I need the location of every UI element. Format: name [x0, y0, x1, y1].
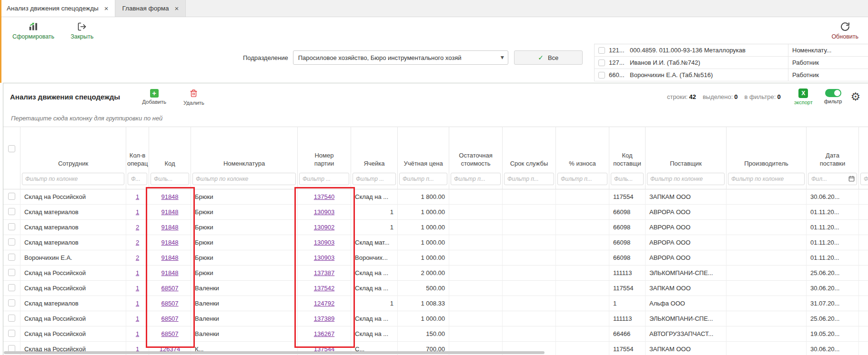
tab-main-form[interactable]: Главная форма × [115, 0, 186, 17]
column-header-supplier_code[interactable]: Код поставщи [609, 127, 646, 172]
tab-close-icon[interactable]: × [104, 5, 109, 12]
code-link[interactable]: 91848 [161, 269, 178, 276]
code-link[interactable]: 91848 [161, 254, 178, 261]
filter-input-batch_number[interactable] [299, 173, 349, 185]
filter-input-supplier[interactable] [647, 173, 725, 185]
filter-toggle[interactable]: фильтр [824, 89, 842, 104]
row-checkbox[interactable] [598, 72, 605, 79]
row-checkbox[interactable] [8, 315, 15, 322]
column-header-service_life[interactable]: Срок службы [503, 127, 556, 172]
row-checkbox[interactable] [598, 47, 605, 54]
ops_count-link[interactable]: 2 [136, 254, 139, 261]
side-table-row[interactable]: 121...000.4859. 011.000-93-136 Металлору… [595, 44, 868, 57]
select-all-departments-button[interactable]: ✓ Все [514, 50, 583, 65]
batch_number-link[interactable]: 136267 [314, 330, 334, 337]
row-checkbox[interactable] [8, 330, 15, 337]
code-link[interactable]: 68507 [161, 285, 178, 292]
filter-input-supplier_code[interactable] [611, 173, 644, 185]
select-all-checkbox[interactable] [8, 145, 15, 152]
filter-input-service_life[interactable] [504, 173, 554, 185]
export-excel-button[interactable]: X экспорт [794, 89, 813, 105]
row-checkbox[interactable] [8, 208, 15, 215]
column-header-residual_value[interactable]: Остаточная стоимость [449, 127, 503, 172]
column-header-delivery_date[interactable]: Дата поставки [807, 127, 859, 172]
side-table-row[interactable]: 127...Иванов И.И. (Таб.№742)Работник [595, 57, 868, 69]
table-row[interactable]: Склад материалов291848Брюки130903Склад м… [3, 235, 868, 250]
calendar-icon[interactable] [848, 176, 855, 183]
column-header-ops_count[interactable]: Кол-в операц [126, 127, 149, 172]
filter-input-residual_value[interactable] [451, 173, 501, 185]
code-link[interactable]: 91848 [161, 224, 178, 231]
filter-input-employee[interactable] [22, 173, 124, 185]
table-row[interactable]: Склад на Российской168507Валенки137389Ск… [3, 311, 868, 326]
table-row[interactable]: Склад на Российской191848Брюки137387Скла… [3, 266, 868, 281]
table-row[interactable]: Склад на Российской168507Валенки137542Ск… [3, 281, 868, 296]
row-checkbox[interactable] [8, 193, 15, 200]
column-header-cell[interactable]: Ячейка [351, 127, 398, 172]
batch_number-link[interactable]: 137542 [314, 285, 334, 292]
column-header-price[interactable]: Учётная цена [398, 127, 449, 172]
batch_number-link[interactable]: 137389 [314, 315, 334, 322]
ops_count-link[interactable]: 2 [136, 239, 139, 246]
batch_number-link[interactable]: 130903 [314, 208, 334, 216]
table-row[interactable]: Склад материалов191848Брюки13090311 000.… [3, 205, 868, 220]
code-link[interactable]: 68507 [161, 330, 178, 337]
row-checkbox[interactable] [8, 254, 15, 261]
code-link[interactable]: 91848 [161, 239, 178, 246]
row-checkbox[interactable] [8, 299, 15, 306]
filter-input-cell[interactable] [353, 173, 396, 185]
filter-input-manufacturer[interactable] [728, 173, 805, 185]
batch_number-link[interactable]: 137540 [314, 193, 334, 200]
filter-input-nomenclature[interactable] [192, 173, 296, 185]
ops_count-link[interactable]: 1 [136, 330, 139, 337]
tab-close-icon[interactable]: × [175, 5, 179, 12]
row-checkbox[interactable] [8, 223, 15, 230]
table-row[interactable]: Склад материалов168507Валенки12479211 00… [3, 296, 868, 311]
filter-input-code[interactable] [151, 173, 189, 185]
row-checkbox[interactable] [8, 269, 15, 276]
batch_number-link[interactable]: 137387 [314, 269, 334, 276]
ops_count-link[interactable]: 1 [136, 208, 139, 216]
column-header-employee[interactable]: Сотрудник [20, 127, 126, 172]
generate-button[interactable]: Сформировать [12, 21, 54, 40]
refresh-button[interactable]: Обновить [831, 21, 858, 40]
column-header-supplier[interactable]: Поставщик [646, 127, 727, 172]
batch_number-link[interactable]: 130902 [314, 224, 334, 231]
ops_count-link[interactable]: 1 [136, 300, 139, 307]
filter-input-price[interactable] [399, 173, 447, 185]
ops_count-link[interactable]: 1 [136, 315, 139, 322]
column-header-nomenclature[interactable]: Номенклатура [191, 127, 298, 172]
gear-icon[interactable]: ⚙ [850, 91, 860, 102]
filter-input-wear_percent[interactable] [557, 173, 607, 185]
ops_count-link[interactable]: 1 [136, 285, 139, 292]
table-row[interactable]: Склад на Российской191848Брюки137540Скла… [3, 189, 868, 205]
tab-analysis[interactable]: Анализ движения спецодежды × [0, 0, 115, 17]
batch_number-link[interactable]: 130903 [314, 239, 334, 246]
ops_count-link[interactable]: 1 [136, 193, 139, 200]
close-button[interactable]: Закрыть [71, 21, 93, 40]
column-header-manufacturer[interactable]: Производитель [727, 127, 807, 172]
horizontal-scrollbar-thumb[interactable] [4, 351, 545, 354]
table-row[interactable]: Склад материалов291848Брюки13090211 000.… [3, 220, 868, 235]
row-checkbox[interactable] [598, 59, 605, 66]
row-checkbox[interactable] [8, 238, 15, 246]
column-header-code[interactable]: Код [149, 127, 191, 172]
batch_number-link[interactable]: 124792 [314, 300, 334, 307]
code-link[interactable]: 91848 [161, 208, 178, 216]
table-row[interactable]: Ворончихин Е.А.291848Брюки130903Ворончих… [3, 250, 868, 266]
ops_count-link[interactable]: 1 [136, 269, 139, 276]
code-link[interactable]: 68507 [161, 315, 178, 322]
column-header-batch_number[interactable]: Номер партии [298, 127, 351, 172]
table-row[interactable]: Склад на Российской168507Валенки136267Ск… [3, 326, 868, 342]
delete-row-button[interactable]: Удалить [183, 88, 204, 106]
filter-input-series[interactable] [860, 173, 868, 185]
code-link[interactable]: 91848 [161, 193, 178, 200]
code-link[interactable]: 68507 [161, 300, 178, 307]
batch_number-link[interactable]: 130903 [314, 254, 334, 261]
ops_count-link[interactable]: 2 [136, 224, 139, 231]
add-row-button[interactable]: + Добавить [142, 89, 166, 105]
column-header-wear_percent[interactable]: % износа [556, 127, 609, 172]
department-select[interactable]: Паросиловое хозяйство, Бюро инструментал… [293, 50, 508, 65]
row-checkbox[interactable] [8, 284, 15, 291]
toggle-switch[interactable] [825, 89, 841, 97]
